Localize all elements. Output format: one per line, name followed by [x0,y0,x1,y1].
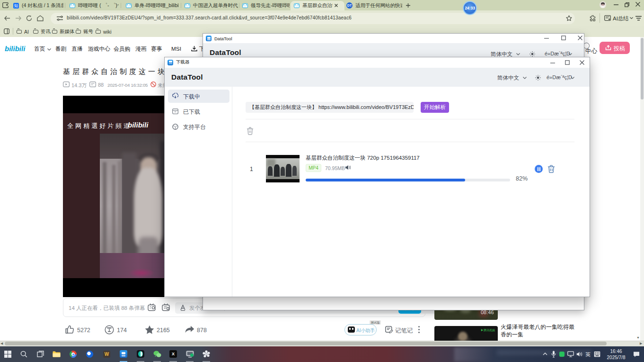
svg-text:bilibili: bilibili [5,45,26,53]
